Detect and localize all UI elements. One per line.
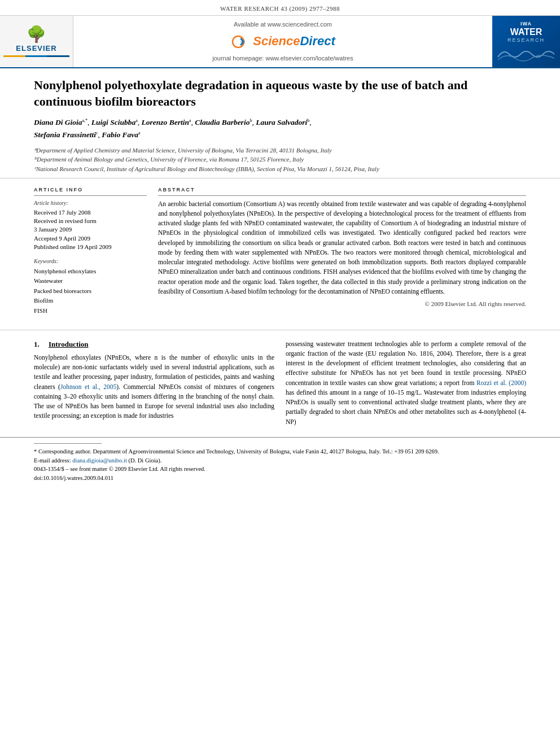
keywords-list: Nonylphenol ethoxylates Wastewater Packe… [34,267,147,316]
affil-sup-7: a [138,130,141,135]
elsevier-logo: 🌳 ELSEVIER [0,16,73,67]
revised-date: Received in revised form3 January 2009 [34,217,147,234]
section-title-intro: 1. Introduction [34,339,274,350]
main-right-column: possessing wastewater treatment technolo… [286,339,526,431]
article-info-column: ARTICLE INFO Article history: Received 1… [34,186,147,322]
author-lorenzo: Lorenzo Bertin [142,118,189,126]
author-claudia: Claudia Barberio [195,118,250,126]
journal-header: WATER RESEARCH 43 (2009) 2977–2988 [0,0,560,16]
water-label: WATER [510,28,542,37]
keyword-1: Nonylphenol ethoxylates [34,267,147,277]
received-date: Received 17 July 2008 [34,208,147,217]
copyright: © 2009 Elsevier Ltd. All rights reserved… [158,300,526,308]
johnson-link[interactable]: Johnson et al., 2005 [60,383,116,390]
sd-logo-icon [230,32,251,52]
water-research-logo: IWA WATER RESEARCH [492,16,560,67]
wave-icon [496,46,557,63]
journal-citation: WATER RESEARCH 43 (2009) 2977–2988 [220,5,340,12]
affiliation-a: ᵃDepartment of Applied Chemistry and Mat… [34,146,526,155]
sciencedirect-text: ScienceDirect [253,33,335,50]
main-left-column: 1. Introduction Nonylphenol ethoxylates … [34,339,274,431]
rozzi-link[interactable]: Rozzi et al. (2000) [476,379,526,386]
footnote-separator [34,443,102,444]
keyword-5: FISH [34,306,147,316]
title-section: Nonylphenol polyethoxylate degradation i… [0,68,560,178]
affil-sup-5: b [307,118,309,123]
elsevier-color-bar [3,55,69,57]
sciencedirect-logo: ScienceDirect [230,32,335,52]
intro-title: Introduction [49,340,89,348]
journal-homepage: journal homepage: www.elsevier.com/locat… [212,54,353,63]
footnote-section: * Corresponding author. Department of Ag… [0,437,560,488]
affiliation-b: ᵇDepartment of Animal Biology and Geneti… [34,155,526,164]
article-history: Article history: Received 17 July 2008 R… [34,199,147,252]
section-number: 1. [34,340,40,348]
article-info-label: ARTICLE INFO [34,186,147,196]
logos-row: 🌳 ELSEVIER Available at www.sciencedirec… [0,16,560,68]
affil-sup-3: a [189,118,191,123]
accepted-date: Accepted 9 April 2009 [34,234,147,243]
author-fabio: Fabio Fava [102,130,138,139]
affil-sup-1: a,* [82,118,88,123]
authors: Diana Di Gioiaa,*, Luigi Sciubbaa, Loren… [34,116,526,141]
keyword-4: Biofilm [34,296,147,306]
intro-paragraph-2: possessing wastewater treatment technolo… [286,339,526,427]
author-luigi: Luigi Sciubba [91,118,135,126]
available-at-text: Available at www.sciencedirect.com [234,20,332,29]
email-footnote: E-mail address: diana.digioia@unibo.it (… [34,456,526,465]
doi-text: doi:10.1016/j.watres.2009.04.011 [34,474,526,483]
keyword-2: Wastewater [34,276,147,286]
history-label: Article history: [34,199,147,207]
elsevier-tree-icon: 🌳 [27,27,46,42]
author-laura: Laura Salvadori [256,118,307,126]
published-date: Published online 19 April 2009 [34,243,147,251]
affil-sup-6: c [96,130,98,135]
research-label: RESEARCH [508,37,545,44]
keywords-label: Keywords: [34,257,147,265]
corresponding-author: * Corresponding author. Department of Ag… [34,447,526,456]
page: WATER RESEARCH 43 (2009) 2977–2988 🌳 ELS… [0,0,560,747]
article-title: Nonylphenol polyethoxylate degradation i… [34,77,526,110]
affil-sup-4: b [250,118,252,123]
journal-center: Available at www.sciencedirect.com Scien… [73,16,492,67]
intro-paragraph-1: Nonylphenol ethoxylates (NPnEOs, where n… [34,353,274,421]
keywords-section: Keywords: Nonylphenol ethoxylates Wastew… [34,257,147,316]
abstract-label: ABSTRACT [158,186,526,196]
affil-sup-2: a [135,118,138,123]
article-info-abstract: ARTICLE INFO Article history: Received 1… [0,178,560,330]
affiliation-c: ᶜNational Research Council, Institute of… [34,164,526,174]
author-diana: Diana Di Gioia [34,118,82,126]
author-stefania: Stefania Frassinetti [34,130,96,139]
abstract-column: ABSTRACT An aerobic bacterial consortium… [158,186,526,322]
issn-text: 0043-1354/$ – see front matter © 2009 El… [34,465,526,474]
iwa-label: IWA [520,20,532,28]
main-content: 1. Introduction Nonylphenol ethoxylates … [0,330,560,431]
keyword-3: Packed bed bioreactors [34,286,147,296]
elsevier-name: ELSEVIER [16,43,56,54]
svg-point-1 [240,40,245,44]
abstract-text: An aerobic bacterial consortium (Consort… [158,199,526,297]
affiliations: ᵃDepartment of Applied Chemistry and Mat… [34,146,526,174]
email-link[interactable]: diana.digioia@unibo.it [72,457,127,464]
